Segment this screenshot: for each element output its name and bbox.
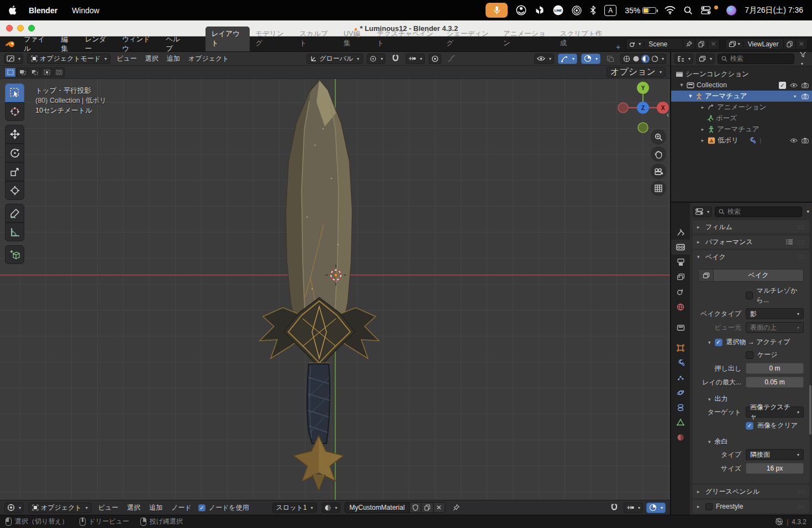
- margin-size-field[interactable]: 16 px: [746, 463, 804, 474]
- scene-name[interactable]: Scene: [644, 40, 683, 48]
- blender-logo-icon[interactable]: [4, 40, 16, 49]
- obs-status-icon[interactable]: [516, 5, 526, 15]
- tab-constraint-properties[interactable]: [671, 400, 690, 415]
- panel-film-header[interactable]: ▸フィルム::::: [693, 220, 809, 234]
- snap-target-dropdown[interactable]: ▾: [405, 54, 425, 64]
- row-armature-object[interactable]: ▼ アーマチュア ▾: [671, 91, 812, 102]
- transform-tool[interactable]: [5, 181, 24, 200]
- selected-to-active-header[interactable]: ▾ ✓ 選択物 → アクティブ: [708, 337, 804, 347]
- tab-collection-properties[interactable]: [671, 320, 690, 335]
- control-center-icon[interactable]: [701, 6, 711, 14]
- row-scene-collection[interactable]: シーンコレクション: [671, 68, 812, 80]
- move-tool[interactable]: [5, 125, 24, 144]
- extrusion-field[interactable]: 0 m: [746, 363, 804, 374]
- material-name[interactable]: MyCustomMaterial: [345, 504, 409, 511]
- view-from-dropdown[interactable]: 表面の上▾: [746, 322, 804, 333]
- tab-scripting[interactable]: スクリプト作成: [554, 27, 610, 51]
- spotlight-search-icon[interactable]: [684, 6, 693, 15]
- clear-image-checkbox[interactable]: ✓: [746, 422, 753, 430]
- bake-button[interactable]: ベイク: [714, 269, 804, 282]
- camera-restrict-icon[interactable]: [802, 138, 809, 144]
- tab-viewlayer-properties[interactable]: [671, 270, 690, 284]
- row-armature-data[interactable]: ▸ アーマチュア: [671, 124, 812, 135]
- shader-type-dropdown[interactable]: オブジェクト▾: [28, 503, 92, 513]
- more-dots-icon[interactable]: ⋮: [758, 138, 763, 144]
- menubar-window-menu[interactable]: Window: [72, 6, 99, 15]
- proportional-falloff-dropdown[interactable]: [445, 55, 458, 62]
- panel-freestyle-header[interactable]: ▸ Freestyle::::: [693, 500, 809, 513]
- viewlayer-browse-icon[interactable]: ▾: [726, 41, 744, 47]
- wifi-status-icon[interactable]: [665, 6, 676, 14]
- add-primitive-tool[interactable]: [5, 245, 24, 264]
- outliner-search-input[interactable]: 検索: [718, 54, 794, 64]
- material-slot-dropdown[interactable]: スロット1▾: [272, 503, 317, 513]
- selected-to-active-checkbox[interactable]: ✓: [715, 339, 723, 346]
- zoom-view-button[interactable]: [651, 129, 666, 145]
- scene-browse-icon[interactable]: ▾: [626, 41, 644, 47]
- navigation-gizmo[interactable]: Y X Z: [615, 80, 670, 135]
- add-workspace-button[interactable]: +: [610, 43, 626, 51]
- select-menu[interactable]: 選択: [143, 54, 161, 64]
- outliner-editor-type-button[interactable]: ▾: [674, 54, 693, 64]
- cursor-tool[interactable]: [5, 102, 24, 121]
- menu-file[interactable]: ファイル: [18, 35, 55, 54]
- viewlayer-remove-icon[interactable]: ✕: [795, 39, 807, 49]
- row-lowpoly-mesh[interactable]: ▸ 低ポリ ⋮: [671, 135, 812, 146]
- proportional-editing-toggle[interactable]: [429, 54, 441, 64]
- shader-add-menu[interactable]: 追加: [147, 503, 165, 513]
- shader-overlays-dropdown[interactable]: ▾: [646, 503, 666, 513]
- tab-world-properties[interactable]: [671, 299, 690, 314]
- line-app-status-icon[interactable]: LINE: [553, 5, 563, 15]
- material-browse-button[interactable]: ▾: [321, 503, 340, 513]
- gizmos-toggle-dropdown[interactable]: ▾: [558, 54, 577, 64]
- tab-animation[interactable]: アニメーション: [497, 27, 554, 51]
- viewlayer-new-copy-icon[interactable]: [783, 39, 795, 49]
- use-nodes-toggle[interactable]: ✓ ノードを使用: [198, 503, 249, 513]
- camera-view-button[interactable]: [651, 163, 666, 179]
- tab-sculpting[interactable]: スカルプト: [293, 27, 338, 51]
- properties-search-input[interactable]: 検索: [715, 207, 802, 217]
- unity-status-icon[interactable]: [535, 6, 545, 15]
- tab-object-properties[interactable]: [671, 340, 690, 355]
- add-menu[interactable]: 追加: [165, 54, 182, 64]
- panel-bake-header[interactable]: ▾ベイク::::: [693, 250, 809, 263]
- tab-output-properties[interactable]: [671, 255, 690, 270]
- scene-unlink-icon[interactable]: ✕: [707, 39, 719, 49]
- shader-editor-type-button[interactable]: ▾: [4, 503, 24, 513]
- siri-icon[interactable]: [726, 6, 736, 15]
- transform-orientation-dropdown[interactable]: グローバル▾: [307, 54, 363, 64]
- eye-icon[interactable]: [790, 138, 798, 143]
- select-mode-new-button[interactable]: [4, 67, 16, 77]
- select-mode-extend-button[interactable]: [17, 67, 28, 77]
- mode-dropdown[interactable]: オブジェクトモード▾: [27, 54, 110, 64]
- tab-layout[interactable]: レイアウト: [205, 27, 250, 51]
- tab-texture-paint[interactable]: テクスチャペイント: [371, 27, 440, 51]
- xray-toggle[interactable]: [604, 55, 616, 62]
- modifier-wrench-icon[interactable]: [748, 137, 756, 144]
- tab-scene-properties[interactable]: [671, 284, 690, 299]
- pan-view-button[interactable]: [651, 146, 666, 162]
- tab-object-data-properties[interactable]: [671, 415, 690, 430]
- properties-scrollbar[interactable]: [809, 385, 811, 435]
- row-animation[interactable]: ▸ アニメーション: [671, 102, 812, 113]
- properties-editor-type-button[interactable]: ▾: [693, 207, 712, 217]
- rotate-tool[interactable]: [5, 144, 24, 162]
- select-mode-intersect-button[interactable]: [53, 67, 65, 77]
- tab-modeling[interactable]: モデリング: [250, 27, 294, 51]
- row-collection[interactable]: ▼ Collection ✓: [671, 80, 812, 91]
- object-menu[interactable]: オブジェクト: [186, 54, 231, 64]
- select-mode-invert-button[interactable]: [41, 67, 52, 77]
- toggle-orthographic-button[interactable]: [651, 181, 666, 196]
- shading-wireframe-button[interactable]: [623, 55, 631, 63]
- shader-snap-target-dropdown[interactable]: ▾: [624, 503, 643, 513]
- measure-tool[interactable]: [5, 223, 24, 241]
- shader-select-menu[interactable]: 選択: [125, 503, 143, 513]
- microphone-indicator[interactable]: [486, 3, 508, 18]
- pivot-point-dropdown[interactable]: ▾: [367, 54, 386, 64]
- shader-snap-magnet-icon[interactable]: [608, 504, 620, 511]
- margin-subpanel-header[interactable]: ▾ 余白: [708, 437, 804, 446]
- scale-tool[interactable]: [5, 162, 24, 181]
- menu-help[interactable]: ヘルプ: [160, 35, 191, 54]
- tab-tool-properties[interactable]: [671, 225, 690, 240]
- shader-node-menu[interactable]: ノード: [169, 503, 194, 513]
